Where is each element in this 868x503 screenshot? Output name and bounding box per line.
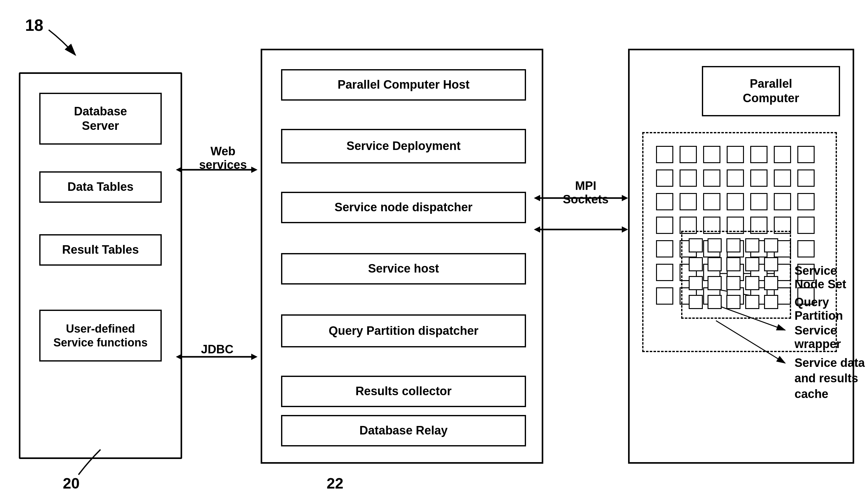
inner-node-16	[689, 295, 703, 309]
inner-node-18	[726, 295, 741, 309]
node-2-4	[727, 170, 744, 187]
service-data-label: Service data and results cache	[795, 355, 868, 402]
inner-dashed-box	[681, 231, 791, 319]
figure-number-22: 22	[327, 475, 343, 492]
inner-node-5	[764, 238, 778, 252]
svg-marker-8	[251, 354, 258, 360]
result-tables-label: Result Tables	[62, 243, 139, 257]
inner-node-3	[726, 238, 741, 252]
middle-outer-box: Parallel Computer Host Service Deploymen…	[261, 49, 543, 464]
inner-node-20	[764, 295, 778, 309]
result-tables-box: Result Tables	[39, 234, 162, 266]
user-defined-label: User-defined Service functions	[53, 322, 148, 349]
inner-node-8	[726, 257, 741, 271]
inner-node-12	[707, 276, 722, 290]
node-3-2	[680, 193, 697, 210]
data-tables-label: Data Tables	[68, 180, 133, 194]
svg-marker-11	[622, 195, 628, 201]
service-host-box: Service host	[281, 253, 526, 284]
service-node-dispatcher-box: Service node dispatcher	[281, 192, 526, 223]
node-5-1	[656, 240, 673, 258]
node-4-7	[797, 217, 815, 234]
query-partition-dispatcher-label: Query Partition dispatcher	[329, 324, 478, 338]
db-server-title-box: Database Server	[39, 93, 162, 144]
node-1-7	[797, 146, 815, 163]
service-node-set-label: Service Node Set	[795, 264, 868, 291]
node-5-7	[797, 240, 815, 258]
node-2-5	[750, 170, 767, 187]
web-services-label: Web services	[192, 144, 254, 172]
node-3-7	[797, 193, 815, 210]
jdbc-label: JDBC	[201, 343, 233, 356]
node-3-6	[774, 193, 791, 210]
node-1-6	[774, 146, 791, 163]
node-4-1	[656, 217, 673, 234]
node-2-7	[797, 170, 815, 187]
figure-number-18: 18	[25, 16, 43, 34]
parallel-computer-box: ParallelComputer	[702, 66, 840, 116]
mpi-sockets-label: MPI Sockets	[550, 179, 622, 206]
node-1-1	[656, 146, 673, 163]
figure-number-20: 20	[63, 475, 80, 492]
node-3-4	[727, 193, 744, 210]
inner-node-11	[689, 276, 703, 290]
inner-node-10	[764, 257, 778, 271]
database-relay-box: Database Relay	[281, 415, 526, 446]
node-2-6	[774, 170, 791, 187]
node-1-2	[680, 146, 697, 163]
node-3-3	[703, 193, 720, 210]
node-7-1	[656, 287, 673, 305]
inner-node-7	[707, 257, 722, 271]
service-deployment-label: Service Deployment	[347, 139, 461, 153]
db-server-outer-box: Database Server Data Tables Result Table…	[19, 72, 182, 459]
parallel-computer-host-box: Parallel Computer Host	[281, 69, 526, 101]
data-tables-box: Data Tables	[39, 171, 162, 203]
node-3-1	[656, 193, 673, 210]
node-2-1	[656, 170, 673, 187]
inner-node-13	[726, 276, 741, 290]
inner-node-15	[764, 276, 778, 290]
inner-node-4	[745, 238, 760, 252]
node-3-5	[750, 193, 767, 210]
inner-node-14	[745, 276, 760, 290]
node-2-3	[703, 170, 720, 187]
service-host-label: Service host	[368, 262, 439, 276]
service-deployment-box: Service Deployment	[281, 129, 526, 163]
diagram: 18 Database Server Data Tables Result Ta…	[0, 0, 868, 503]
node-1-4	[727, 146, 744, 163]
results-collector-box: Results collector	[281, 376, 526, 407]
inner-node-17	[707, 295, 722, 309]
service-node-dispatcher-label: Service node dispatcher	[334, 200, 472, 215]
inner-node-2	[707, 238, 722, 252]
parallel-computer-host-label: Parallel Computer Host	[338, 78, 469, 92]
query-partition-dispatcher-box: Query Partition dispatcher	[281, 314, 526, 348]
inner-node-9	[745, 257, 760, 271]
query-partition-label: Query Partition	[795, 295, 868, 323]
node-1-5	[750, 146, 767, 163]
parallel-computer-label: ParallelComputer	[743, 77, 799, 105]
node-1-3	[703, 146, 720, 163]
inner-node-19	[745, 295, 760, 309]
database-relay-label: Database Relay	[360, 423, 448, 438]
user-defined-box: User-defined Service functions	[39, 310, 162, 362]
inner-node-6	[689, 257, 703, 271]
results-collector-label: Results collector	[355, 384, 452, 399]
svg-marker-14	[622, 227, 628, 233]
db-server-title: Database Server	[74, 104, 127, 133]
node-2-2	[680, 170, 697, 187]
service-wrapper-label: Service wrapper	[795, 324, 868, 351]
inner-node-1	[689, 238, 703, 252]
node-6-1	[656, 264, 673, 281]
